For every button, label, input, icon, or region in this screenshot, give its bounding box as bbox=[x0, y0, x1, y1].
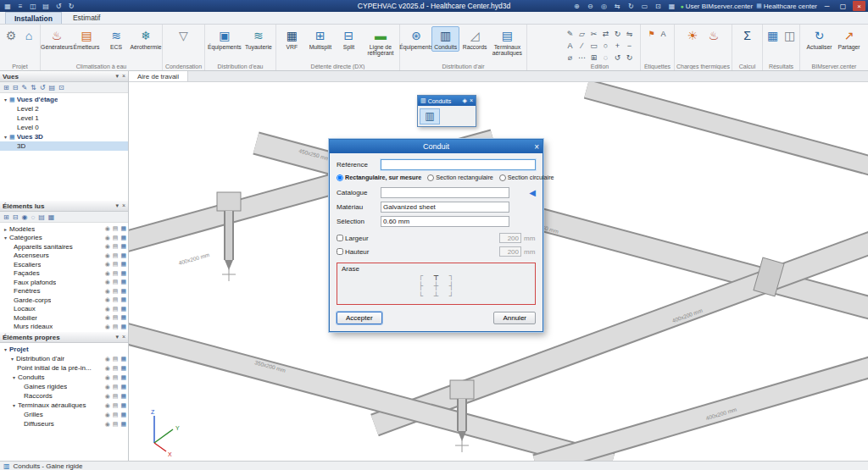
zoom-in-icon[interactable]: ⊕ bbox=[571, 1, 581, 11]
move-icon[interactable]: ⇄ bbox=[600, 28, 611, 39]
condensation-button[interactable]: ▽ bbox=[166, 26, 202, 46]
array-icon[interactable]: ⊞ bbox=[588, 52, 599, 63]
tree-item-ascenseurs[interactable]: Ascenseurs ◉ ▤ ▦ bbox=[0, 252, 128, 261]
printer-icon[interactable]: ▤ bbox=[113, 374, 119, 381]
subtract-icon[interactable]: − bbox=[624, 40, 635, 51]
aerothermie-button[interactable]: ❄ Aérothermie bbox=[131, 26, 160, 52]
tree-group-conduits[interactable]: ▾ Conduits ◉ ▤ ▦ bbox=[0, 373, 128, 382]
accepter-button[interactable]: Accepter bbox=[337, 312, 382, 324]
cube-icon[interactable]: ▦ bbox=[120, 243, 126, 250]
eye-icon[interactable]: ◉ bbox=[105, 270, 110, 277]
print-all-icon[interactable]: ▤ bbox=[38, 213, 45, 221]
cube-icon[interactable]: ▦ bbox=[120, 374, 126, 381]
close-panel-icon[interactable]: × bbox=[122, 334, 125, 340]
tab-installation[interactable]: Installation bbox=[5, 12, 62, 24]
cube-icon[interactable]: ▦ bbox=[120, 393, 126, 400]
print-view-icon[interactable]: ▤ bbox=[49, 84, 56, 91]
pin-icon[interactable]: ◈ bbox=[463, 97, 467, 104]
align-bottom-center[interactable]: ┴ bbox=[429, 291, 444, 301]
collapse-panel-icon[interactable]: ▾ bbox=[115, 334, 119, 340]
pencil-icon[interactable]: ✎ bbox=[565, 28, 576, 39]
chevron-down-icon[interactable]: ▾ bbox=[8, 356, 16, 362]
chevron-down-icon[interactable]: ▾ bbox=[2, 346, 9, 352]
tree-item-raccords[interactable]: Raccords ◉ ▤ ▦ bbox=[0, 391, 128, 401]
printer-icon[interactable]: ▤ bbox=[113, 365, 119, 372]
collapse-panel-icon[interactable]: ▾ bbox=[115, 202, 119, 209]
cube-icon[interactable]: ▦ bbox=[120, 402, 126, 409]
eraser-icon[interactable]: ▱ bbox=[576, 28, 587, 39]
cube-icon[interactable]: ▦ bbox=[120, 270, 126, 277]
redo-icon[interactable]: ↻ bbox=[624, 52, 635, 63]
refresh-views-icon[interactable]: ↺ bbox=[40, 84, 46, 91]
printer-icon[interactable]: ▤ bbox=[113, 270, 119, 277]
rectangle-icon[interactable]: ▭ bbox=[588, 40, 599, 51]
charges-thermo-button[interactable]: ♨ bbox=[704, 26, 724, 46]
conduits-button[interactable]: ▥ Conduits bbox=[431, 26, 459, 52]
eye-icon[interactable]: ◉ bbox=[105, 243, 110, 250]
pan-icon[interactable]: ⇆ bbox=[612, 1, 622, 11]
equipements-eau-button[interactable]: ▣ Équipements bbox=[207, 26, 242, 52]
equipements-air-button[interactable]: ⊛ Équipements bbox=[402, 26, 431, 52]
tree-group-vues-3d[interactable]: ▾ ▦ Vues 3D bbox=[0, 132, 128, 141]
eye-icon[interactable]: ◉ bbox=[105, 314, 110, 321]
printer-icon[interactable]: ▤ bbox=[113, 402, 119, 409]
tree-item-facades[interactable]: Façades ◉ ▤ ▦ bbox=[0, 269, 128, 279]
show-all-icon[interactable]: ◉ bbox=[21, 213, 27, 221]
tree-item-mobilier[interactable]: Mobilier ◉ ▤ ▦ bbox=[0, 313, 128, 323]
align-top-left[interactable]: ┌ bbox=[414, 271, 429, 281]
frame-view-icon[interactable]: ▭ bbox=[639, 1, 649, 11]
close-panel-icon[interactable]: × bbox=[122, 202, 125, 209]
printer-icon[interactable]: ▤ bbox=[113, 243, 119, 250]
split-button[interactable]: ⊟ Split bbox=[335, 26, 363, 52]
eye-icon[interactable]: ◉ bbox=[105, 306, 110, 312]
radio-input[interactable] bbox=[499, 174, 506, 181]
printer-icon[interactable]: ▤ bbox=[113, 314, 119, 321]
tree-group-modeles[interactable]: ▸ Modèles ◉ ▤ ▦ bbox=[0, 224, 128, 234]
snap-icon[interactable]: ◌ bbox=[600, 52, 611, 63]
actualiser-button[interactable]: ↻ Actualiser bbox=[805, 26, 834, 52]
duct-tool-button[interactable]: ▥ bbox=[420, 108, 440, 124]
align-middle-left[interactable]: ├ bbox=[414, 281, 429, 291]
printer-icon[interactable]: ▤ bbox=[113, 393, 119, 400]
annuler-button[interactable]: Annuler bbox=[493, 312, 536, 324]
align-top-right[interactable]: ┐ bbox=[444, 271, 459, 281]
rotate-icon[interactable]: ↻ bbox=[612, 28, 623, 39]
orbit-icon[interactable]: ↻ bbox=[626, 1, 636, 11]
blue-back-arrow-icon[interactable]: ◀ bbox=[529, 188, 536, 197]
tree-group-terminaux[interactable]: ▾ Terminaux aérauliques ◉ ▤ ▦ bbox=[0, 401, 128, 410]
radio-input[interactable] bbox=[337, 174, 343, 181]
cube-icon[interactable]: ▦ bbox=[120, 314, 126, 321]
redo-icon[interactable]: ↻ bbox=[66, 1, 76, 11]
text-label-icon[interactable]: A bbox=[658, 28, 669, 39]
cube-icon[interactable]: ▦ bbox=[120, 296, 126, 303]
add-view-icon[interactable]: ⊞ bbox=[3, 84, 9, 91]
dialog-titlebar[interactable]: Conduit × bbox=[330, 140, 542, 153]
tree-item-escaliers[interactable]: Escaliers ◉ ▤ ▦ bbox=[0, 260, 128, 269]
diameter-icon[interactable]: ⌀ bbox=[565, 52, 576, 63]
tree-item-appareils-sanitaires[interactable]: Appareils sanitaires ◉ ▤ ▦ bbox=[0, 242, 128, 252]
frame-view-icon[interactable]: ⊡ bbox=[58, 84, 64, 91]
zoom-out-icon[interactable]: ⊖ bbox=[585, 1, 595, 11]
edit-view-icon[interactable]: ✎ bbox=[21, 84, 27, 91]
palette-titlebar[interactable]: ▥ Conduits ◈ × bbox=[418, 96, 476, 106]
cube-icon[interactable]: ▦ bbox=[120, 288, 126, 295]
calcul-button[interactable]: Σ bbox=[736, 26, 760, 46]
emetteurs-button[interactable]: ▤ Émetteurs bbox=[72, 26, 101, 52]
tree-item-garde-corps[interactable]: Garde-corps ◉ ▤ ▦ bbox=[0, 296, 128, 305]
catalogue-input[interactable] bbox=[381, 187, 509, 198]
collapse-panel-icon[interactable]: ▾ bbox=[115, 73, 119, 80]
checkbox-input[interactable] bbox=[337, 248, 343, 255]
printer-icon[interactable]: ▤ bbox=[113, 323, 119, 330]
printer-icon[interactable]: ▤ bbox=[113, 288, 119, 295]
printer-icon[interactable]: ▤ bbox=[113, 421, 119, 428]
close-button[interactable]: × bbox=[853, 1, 865, 11]
charges-sun-button[interactable]: ☀ bbox=[682, 26, 703, 46]
radio-section-circulaire[interactable]: Section circulaire bbox=[499, 174, 554, 181]
tree-item-level-2[interactable]: Level 2 bbox=[0, 104, 128, 113]
materiau-input[interactable] bbox=[381, 202, 509, 213]
add-icon[interactable]: + bbox=[612, 40, 623, 51]
tree-item-point-initial[interactable]: Point initial de la pré-in... ◉ ▤ ▦ bbox=[0, 363, 128, 373]
eye-icon[interactable]: ◉ bbox=[105, 252, 110, 259]
tree-group-distribution-air[interactable]: ▾ Distribution d'air ◉ ▤ ▦ bbox=[0, 354, 128, 363]
eye-icon[interactable]: ◉ bbox=[105, 393, 110, 400]
